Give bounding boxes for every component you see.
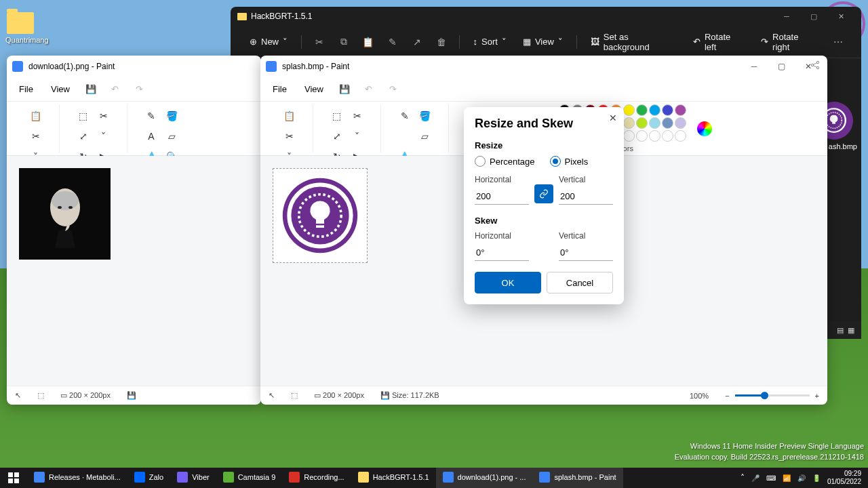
taskbar-item[interactable]: Releases · Metaboli... [27,468,127,488]
paste-icon[interactable]: 📋 [26,106,46,126]
view-grid-icon[interactable]: ▦ [848,326,854,335]
save-icon[interactable]: 💾 [334,80,355,99]
file-menu[interactable]: File [266,81,294,97]
ok-button[interactable]: OK [475,272,541,293]
crop-icon[interactable]: ✂ [94,106,114,126]
lang-icon[interactable]: ⌨ [766,474,776,482]
taskbar-item[interactable]: HackBGRT-1.5.1 [351,468,436,488]
system-tray[interactable]: ˄ 🎤 ⌨ 📶 🔊 🔋 09:29 01/05/2022 [734,470,868,486]
aspect-lock-icon[interactable] [534,184,553,203]
edit-colors-icon[interactable] [697,121,712,136]
battery-icon[interactable]: 🔋 [812,474,821,482]
skew-vertical-input[interactable] [559,245,613,261]
color-swatch[interactable] [623,104,635,116]
fill-icon[interactable]: 🪣 [161,106,182,126]
pencil-icon[interactable]: ✎ [395,106,415,126]
zoom-in-icon[interactable]: + [815,392,819,400]
color-swatch[interactable] [623,117,635,129]
crop-icon[interactable]: ✂ [347,106,368,126]
explorer-titlebar[interactable]: HackBGRT-1.5.1 ─ ▢ ✕ [231,7,861,26]
sort-button[interactable]: ↕ Sort ˅ [465,33,515,51]
zoom-out-icon[interactable]: − [725,392,729,400]
clock[interactable]: 09:29 01/05/2022 [827,470,861,486]
paste-icon[interactable]: 📋 [356,32,380,52]
rotate-right-button[interactable]: ↷ Rotate right [753,28,826,56]
minimize-button[interactable]: ─ [773,9,800,23]
skew-horizontal-input[interactable] [475,245,529,261]
paste-icon[interactable]: 📋 [279,106,300,126]
taskbar-item[interactable]: Viber [170,468,216,488]
resize-icon[interactable]: ⤢ [327,126,347,146]
dialog-close-icon[interactable]: ✕ [609,113,617,123]
color-swatch[interactable] [649,117,660,129]
color-swatch[interactable] [675,104,686,116]
minimize-button[interactable]: ─ [741,57,768,76]
color-swatch[interactable] [649,130,660,142]
text-icon[interactable] [395,126,415,146]
color-swatch[interactable] [636,117,648,129]
undo-icon[interactable]: ↶ [105,80,125,99]
redo-icon[interactable]: ↷ [130,80,150,99]
eraser-icon[interactable]: ▱ [415,126,435,146]
select-dropdown-icon[interactable]: ˅ [94,126,114,146]
new-button[interactable]: ⊕ New ˅ [241,33,296,51]
color-swatch[interactable] [662,104,673,116]
cut-icon[interactable]: ✂ [26,126,46,146]
start-button[interactable] [0,468,27,488]
wifi-icon[interactable]: 📶 [783,474,791,482]
select-icon[interactable]: ⬚ [327,106,347,126]
zoom-slider[interactable]: − + [725,392,819,400]
color-swatch[interactable] [662,130,673,142]
color-swatch[interactable] [675,117,686,129]
taskbar-item[interactable]: Camtasia 9 [216,468,283,488]
select-icon[interactable]: ⬚ [73,106,94,126]
paint1-canvas[interactable] [7,156,261,386]
cut-icon[interactable]: ✂ [307,32,332,52]
horizontal-input[interactable] [475,188,529,205]
fill-icon[interactable]: 🪣 [415,106,435,126]
copy-icon[interactable]: ⧉ [332,32,356,52]
rotate-left-button[interactable]: ↶ Rotate left [685,28,753,56]
color-swatch[interactable] [675,130,686,142]
pixels-radio[interactable]: Pixels [550,156,589,167]
select-dropdown-icon[interactable]: ˅ [347,126,368,146]
pencil-icon[interactable]: ✎ [141,106,161,126]
close-button[interactable]: ✕ [827,9,854,23]
color-swatch[interactable] [636,104,648,116]
share-icon[interactable]: ↗ [405,32,429,52]
taskbar-item[interactable]: splash.bmp - Paint [532,468,623,488]
color-swatch[interactable] [662,117,673,129]
taskbar-item[interactable]: download(1).png - ... [436,468,533,488]
cancel-button[interactable]: Cancel [547,272,613,293]
tray-overflow-icon[interactable]: ˄ [741,473,745,483]
file-menu[interactable]: File [12,81,40,97]
percentage-radio[interactable]: Percentage [475,156,535,167]
color-swatch[interactable] [649,104,660,116]
color-swatch[interactable] [623,130,635,142]
delete-icon[interactable]: 🗑 [429,32,454,52]
redo-icon[interactable]: ↷ [383,80,403,99]
volume-icon[interactable]: 🔊 [797,474,806,482]
set-background-button[interactable]: 🖼 Set as background [583,28,685,56]
mic-icon[interactable]: 🎤 [751,474,760,482]
taskbar-item[interactable]: Zalo [127,468,170,488]
rename-icon[interactable]: ✎ [380,32,405,52]
view-menu[interactable]: View [44,81,77,97]
save-icon[interactable]: 💾 [81,80,101,99]
paint1-titlebar[interactable]: download(1).png - Paint [7,56,261,77]
share-icon[interactable] [810,60,821,70]
maximize-button[interactable]: ▢ [768,57,795,76]
cut-icon[interactable]: ✂ [279,126,300,146]
view-menu[interactable]: View [298,81,330,97]
taskbar-item[interactable]: Recording... [282,468,351,488]
view-button[interactable]: ▦ View ˅ [515,33,571,51]
paint2-titlebar[interactable]: splash.bmp - Paint ─ ▢ ✕ [260,56,827,77]
view-list-icon[interactable]: ▤ [837,326,844,335]
eraser-icon[interactable]: ▱ [161,126,182,146]
resize-icon[interactable]: ⤢ [73,126,94,146]
color-swatch[interactable] [636,130,648,142]
vertical-input[interactable] [559,188,613,205]
text-icon[interactable]: A [141,126,161,146]
undo-icon[interactable]: ↶ [359,80,379,99]
maximize-button[interactable]: ▢ [800,9,827,23]
